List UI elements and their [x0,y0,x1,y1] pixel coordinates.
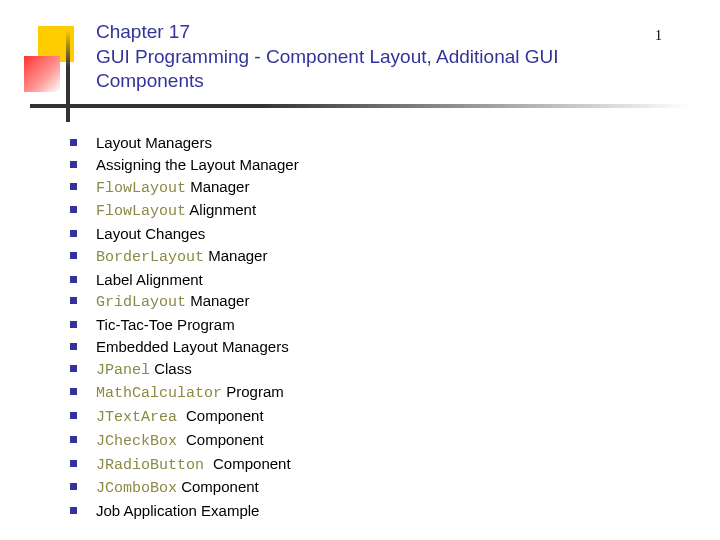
item-text: Layout Managers [96,134,212,151]
code-text: BorderLayout [96,249,204,266]
list-item: JCheckBox Component [70,429,720,453]
list-item: Assigning the Layout Manager [70,154,720,176]
list-item: Layout Changes [70,223,720,245]
slide-title: Chapter 17 GUI Programming - Component L… [96,20,720,94]
item-text: Component [177,478,259,495]
item-text: Program [222,383,284,400]
horizontal-rule [30,104,690,108]
list-item: BorderLayout Manager [70,245,720,269]
red-square-icon [24,56,60,92]
list-item: Tic-Tac-Toe Program [70,314,720,336]
item-text: Manager [186,292,249,309]
list-item: Label Alignment [70,269,720,291]
item-text: Embedded Layout Managers [96,338,289,355]
list-item: JPanel Class [70,358,720,382]
item-text: Component [186,431,264,448]
item-text: Label Alignment [96,271,203,288]
code-text: FlowLayout [96,180,186,197]
item-text: Manager [204,247,267,264]
list-item: Job Application Example [70,500,720,522]
code-text: MathCalculator [96,385,222,402]
list-item: JComboBox Component [70,476,720,500]
slide-content: Layout ManagersAssigning the Layout Mana… [70,132,720,522]
code-text: JPanel [96,362,150,379]
item-text: Layout Changes [96,225,205,242]
topics-list: Layout ManagersAssigning the Layout Mana… [70,132,720,522]
list-item: JRadioButton Component [70,453,720,477]
slide-header: Chapter 17 GUI Programming - Component L… [0,0,720,108]
list-item: JTextArea Component [70,405,720,429]
item-text: Alignment [186,201,256,218]
code-text: FlowLayout [96,203,186,220]
code-text: GridLayout [96,294,186,311]
chapter-line: Chapter 17 [96,20,640,45]
header-rule [30,104,690,108]
item-text: Assigning the Layout Manager [96,156,299,173]
slide-number: 1 [655,28,662,44]
item-text: Manager [186,178,249,195]
code-text: JTextArea [96,409,186,426]
code-text: JCheckBox [96,433,186,450]
vertical-rule [66,30,70,122]
list-item: Embedded Layout Managers [70,336,720,358]
list-item: Layout Managers [70,132,720,154]
title-line: GUI Programming - Component Layout, Addi… [96,45,640,94]
code-text: JComboBox [96,480,177,497]
item-text: Component [186,407,264,424]
code-text: JRadioButton [96,457,213,474]
list-item: MathCalculator Program [70,381,720,405]
list-item: GridLayout Manager [70,290,720,314]
list-item: FlowLayout Manager [70,176,720,200]
item-text: Class [150,360,192,377]
item-text: Tic-Tac-Toe Program [96,316,235,333]
list-item: FlowLayout Alignment [70,199,720,223]
item-text: Job Application Example [96,502,259,519]
item-text: Component [213,455,291,472]
